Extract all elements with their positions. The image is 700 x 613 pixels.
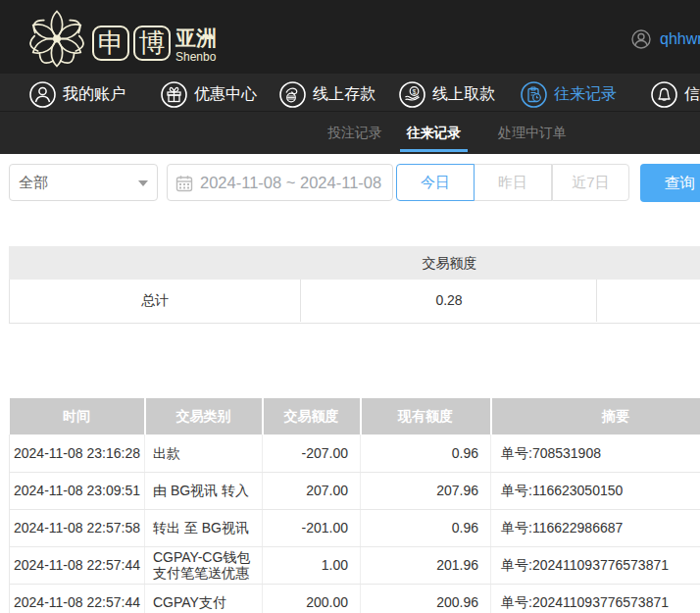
svg-text:$: $ bbox=[413, 88, 417, 95]
